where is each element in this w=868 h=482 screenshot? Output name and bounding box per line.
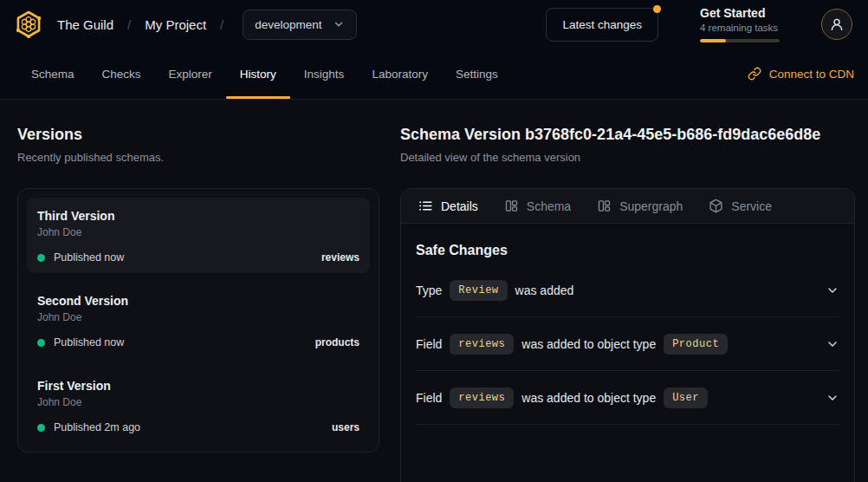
main-nav: Schema Checks Explorer History Insights … (0, 49, 868, 100)
published-status-dot (37, 339, 45, 347)
get-started-widget[interactable]: Get Started 4 remaining tasks (700, 6, 780, 42)
chevron-down-icon[interactable] (826, 283, 839, 297)
safe-changes-title: Safe Changes (416, 243, 839, 258)
content-area: Versions Recently published schemas. Thi… (0, 100, 868, 482)
versions-title: Versions (17, 124, 379, 145)
version-service-name: users (332, 421, 360, 433)
tab-label: Settings (456, 68, 498, 81)
get-started-title: Get Started (700, 6, 780, 20)
tab-laboratory[interactable]: Laboratory (358, 49, 442, 99)
tab-label: Laboratory (372, 68, 428, 81)
detail-tab-schema[interactable]: Schema (504, 199, 571, 213)
published-status-dot (37, 254, 45, 262)
breadcrumb-project[interactable]: My Project (145, 17, 206, 32)
change-target-badge: Product (664, 334, 728, 355)
version-name: Third Version (37, 209, 360, 223)
version-list-item[interactable]: Third Version John Doe Published now rev… (27, 198, 370, 273)
detail-tab-label: Schema (527, 199, 571, 213)
published-status-text: Published now (54, 336, 124, 348)
tab-label: Schema (31, 68, 74, 81)
detail-tab-label: Service (731, 199, 772, 213)
schema-version-panel: Schema Version b3768fc0-21a4-45e5-b686-f… (390, 100, 868, 482)
detail-tab-label: Details (441, 199, 478, 213)
detail-tabs: Details Schema Sup (401, 189, 854, 224)
get-started-subtitle: 4 remaining tasks (700, 23, 780, 33)
get-started-progress-fill (700, 39, 726, 42)
change-description: was added (515, 283, 574, 297)
version-service-name: reviews (321, 251, 360, 264)
version-author: John Doe (37, 226, 360, 238)
change-row[interactable]: Field reviews was added to object type P… (416, 317, 839, 371)
version-name: Second Version (37, 294, 360, 308)
environment-select[interactable]: development (243, 10, 356, 40)
tab-label: Insights (304, 68, 345, 81)
breadcrumb-separator: / (127, 17, 131, 32)
detail-tab-details[interactable]: Details (418, 199, 478, 213)
version-service-name: products (315, 336, 360, 348)
detail-tab-label: Supergraph (619, 199, 683, 213)
latest-changes-label: Latest changes (562, 18, 642, 31)
versions-subtitle: Recently published schemas. (17, 150, 379, 166)
tab-history[interactable]: History (226, 49, 290, 99)
user-icon (829, 16, 845, 32)
change-kind: Field (416, 391, 442, 405)
change-target-badge: User (664, 388, 708, 408)
schema-version-subtitle: Detailed view of the schema version (400, 150, 855, 166)
box-icon (709, 199, 723, 213)
detail-tab-service[interactable]: Service (709, 199, 772, 213)
breadcrumb-separator: / (220, 17, 223, 32)
get-started-progress-bar (700, 39, 780, 42)
connect-to-cdn-label: Connect to CDN (769, 68, 854, 81)
detail-tab-supergraph[interactable]: Supergraph (597, 199, 683, 213)
change-description: was added to object type (521, 337, 656, 351)
list-icon (418, 199, 433, 213)
change-name-badge: Review (450, 280, 507, 301)
schema-version-detail-box: Details Schema Sup (400, 188, 855, 482)
change-description: was added to object type (521, 391, 656, 405)
tab-explorer[interactable]: Explorer (155, 49, 226, 99)
change-name-badge: reviews (450, 388, 514, 408)
version-author: John Doe (37, 396, 360, 408)
panels-icon (504, 199, 519, 213)
connect-to-cdn-link[interactable]: Connect to CDN (748, 49, 854, 99)
version-author: John Doe (37, 311, 360, 323)
tab-label: Explorer (169, 68, 212, 81)
environment-select-value: development (255, 18, 321, 31)
change-name-badge: reviews (450, 334, 514, 355)
version-list-item[interactable]: Second Version John Doe Published now pr… (27, 283, 370, 358)
guild-hive-logo-icon[interactable] (14, 10, 43, 39)
notification-dot (653, 5, 661, 13)
chevron-down-icon[interactable] (826, 337, 839, 351)
tab-label: History (240, 68, 276, 81)
tab-schema[interactable]: Schema (17, 49, 88, 99)
tab-label: Checks (102, 68, 141, 81)
published-status-dot (37, 424, 45, 432)
breadcrumb-org[interactable]: The Guild (57, 17, 113, 32)
change-row[interactable]: Type Review was added (416, 264, 839, 317)
versions-panel: Versions Recently published schemas. Thi… (0, 100, 390, 482)
chevron-down-icon[interactable] (826, 391, 839, 405)
change-kind: Field (416, 337, 442, 351)
version-name: First Version (37, 379, 360, 393)
detail-body: Safe Changes Type Review was added Field… (401, 243, 854, 425)
published-status-text: Published 2m ago (54, 421, 140, 433)
latest-changes-button[interactable]: Latest changes (546, 8, 658, 42)
versions-card: Third Version John Doe Published now rev… (17, 188, 379, 453)
top-bar: The Guild / My Project / development Lat… (0, 0, 868, 49)
tab-settings[interactable]: Settings (442, 49, 512, 99)
panels-icon (597, 199, 612, 213)
change-kind: Type (416, 283, 442, 297)
tab-insights[interactable]: Insights (290, 49, 359, 99)
change-row[interactable]: Field reviews was added to object type U… (416, 371, 839, 425)
published-status-text: Published now (54, 251, 124, 264)
version-list-item[interactable]: First Version John Doe Published 2m ago … (27, 368, 370, 443)
link-icon (748, 67, 761, 81)
schema-version-title: Schema Version b3768fc0-21a4-45e5-b686-f… (400, 124, 855, 145)
tab-checks[interactable]: Checks (88, 49, 155, 99)
chevron-down-icon (333, 18, 345, 30)
user-avatar[interactable] (821, 9, 852, 40)
